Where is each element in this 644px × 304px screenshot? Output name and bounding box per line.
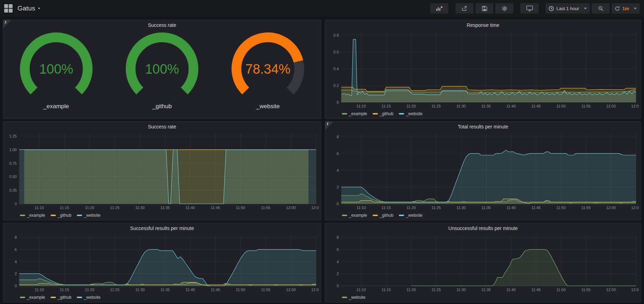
panel-info-corner[interactable]: i (3, 20, 12, 28)
svg-text:11:55: 11:55 (581, 104, 591, 108)
svg-text:11:40: 11:40 (506, 288, 516, 292)
panel-title[interactable]: Success rate (3, 20, 321, 28)
legend-item[interactable]: _website (77, 295, 100, 300)
legend-series-name: _website (349, 295, 365, 300)
legend-color-dash (373, 113, 378, 114)
save-button[interactable] (475, 3, 493, 14)
legend-item[interactable]: _github (373, 213, 393, 218)
top-navbar: Gatus Last 1 hour 1m (0, 0, 644, 17)
svg-text:11:15: 11:15 (381, 104, 391, 108)
legend-color-dash (77, 215, 82, 216)
dashboard-title-dropdown[interactable]: Gatus (17, 5, 41, 12)
legend-series-name: _example (349, 111, 367, 116)
svg-text:6: 6 (15, 247, 17, 252)
time-range-picker[interactable]: Last 1 hour (546, 3, 590, 14)
svg-text:11:25: 11:25 (110, 288, 119, 292)
svg-text:11:20: 11:20 (85, 206, 94, 210)
svg-text:0.75: 0.75 (9, 161, 17, 165)
svg-text:11:40: 11:40 (506, 104, 516, 108)
svg-text:12:00: 12:00 (286, 206, 296, 210)
panel-title[interactable]: Total results per minute (325, 121, 641, 130)
svg-text:12:00: 12:00 (286, 288, 296, 292)
chart-canvas[interactable]: 11:1011:1511:2011:2511:3011:3511:4011:45… (3, 130, 319, 211)
legend-series-name: _website (406, 213, 422, 218)
svg-text:11:50: 11:50 (236, 288, 246, 292)
tv-mode-button[interactable] (520, 3, 539, 14)
svg-text:11:35: 11:35 (481, 206, 491, 210)
chevron-down-icon (38, 8, 41, 9)
svg-text:11:55: 11:55 (581, 206, 591, 210)
svg-text:4: 4 (337, 260, 339, 264)
legend-color-dash (51, 215, 56, 216)
chevron-down-icon (584, 8, 587, 9)
svg-text:8: 8 (15, 235, 17, 239)
legend-item[interactable]: _website (399, 213, 422, 218)
panel-title[interactable]: Successful results per minute (3, 223, 321, 231)
svg-text:11:25: 11:25 (110, 206, 119, 210)
legend-item[interactable]: _example (20, 295, 45, 300)
svg-text:11:20: 11:20 (407, 206, 416, 210)
svg-text:11:50: 11:50 (236, 206, 246, 210)
svg-text:11:30: 11:30 (456, 104, 466, 108)
legend-series-name: _github (380, 111, 393, 116)
svg-text:0.25: 0.25 (9, 188, 17, 192)
panel-title[interactable]: Response time (325, 20, 641, 28)
svg-text:11:20: 11:20 (407, 288, 416, 292)
legend-item[interactable]: _example (342, 213, 367, 218)
svg-text:11:50: 11:50 (556, 104, 566, 108)
grid-logo-icon[interactable] (4, 4, 13, 13)
legend-color-dash (399, 113, 404, 114)
dashboard-grid: i Success rate 100% _example 100% _githu… (0, 17, 644, 304)
svg-text:11:15: 11:15 (381, 288, 391, 292)
svg-text:11:30: 11:30 (135, 288, 145, 292)
zoom-out-button[interactable] (592, 3, 610, 14)
dashboard-title: Gatus (17, 5, 35, 12)
chart-legend: _example_github_website (3, 212, 321, 218)
legend-item[interactable]: _github (51, 295, 71, 300)
legend-item[interactable]: _website (399, 111, 422, 116)
legend-item[interactable]: _github (51, 213, 71, 218)
navbar-actions: Last 1 hour 1m (430, 3, 640, 14)
legend-series-name: _website (406, 111, 422, 116)
zoom-out-icon (598, 6, 603, 11)
svg-text:2: 2 (15, 272, 17, 276)
refresh-picker[interactable]: 1m (612, 3, 640, 14)
svg-text:4: 4 (15, 260, 17, 264)
chart-canvas[interactable]: 11:1011:1511:2011:2511:3011:3511:4011:45… (3, 231, 319, 293)
svg-text:12:00: 12:00 (606, 206, 616, 210)
gauge-label: _website (218, 103, 317, 110)
share-button[interactable] (455, 3, 474, 14)
gauge-arc: 78.34% (218, 30, 317, 102)
legend-series-name: _example (27, 213, 45, 218)
svg-text:11:30: 11:30 (135, 206, 145, 210)
info-icon: i (5, 20, 6, 24)
chart-canvas[interactable]: 11:1011:1511:2011:2511:3011:3511:4011:45… (325, 28, 639, 109)
chart-canvas[interactable]: 11:1011:1511:2011:2511:3011:3511:4011:45… (325, 231, 639, 293)
panel-title[interactable]: Success rate (3, 121, 321, 130)
chevron-down-icon (634, 8, 637, 9)
legend-item[interactable]: _example (342, 111, 367, 116)
legend-item[interactable]: _github (373, 111, 393, 116)
chart-legend: _example_github_website (325, 212, 641, 218)
svg-text:12:05: 12:05 (631, 288, 639, 292)
share-icon (462, 6, 467, 11)
svg-text:0.6: 0.6 (334, 50, 339, 54)
panel-title[interactable]: Unsuccessful results per minute (325, 223, 641, 231)
svg-text:8: 8 (337, 135, 339, 139)
settings-button[interactable] (495, 3, 513, 14)
legend-item[interactable]: _website (342, 295, 365, 300)
clock-icon (549, 6, 554, 11)
save-icon (482, 6, 487, 11)
svg-text:2: 2 (337, 272, 339, 276)
legend-item[interactable]: _website (77, 213, 100, 218)
legend-item[interactable]: _example (20, 213, 45, 218)
info-icon: i (327, 121, 328, 126)
svg-text:12:05: 12:05 (631, 206, 639, 210)
chart-canvas[interactable]: 11:1011:1511:2011:2511:3011:3511:4011:45… (325, 130, 639, 211)
add-panel-button[interactable] (430, 3, 448, 14)
svg-text:11:35: 11:35 (160, 288, 170, 292)
panel-info-corner[interactable]: i (325, 121, 334, 130)
svg-text:0.4: 0.4 (334, 67, 339, 71)
svg-text:11:30: 11:30 (456, 288, 466, 292)
legend-color-dash (342, 297, 347, 298)
